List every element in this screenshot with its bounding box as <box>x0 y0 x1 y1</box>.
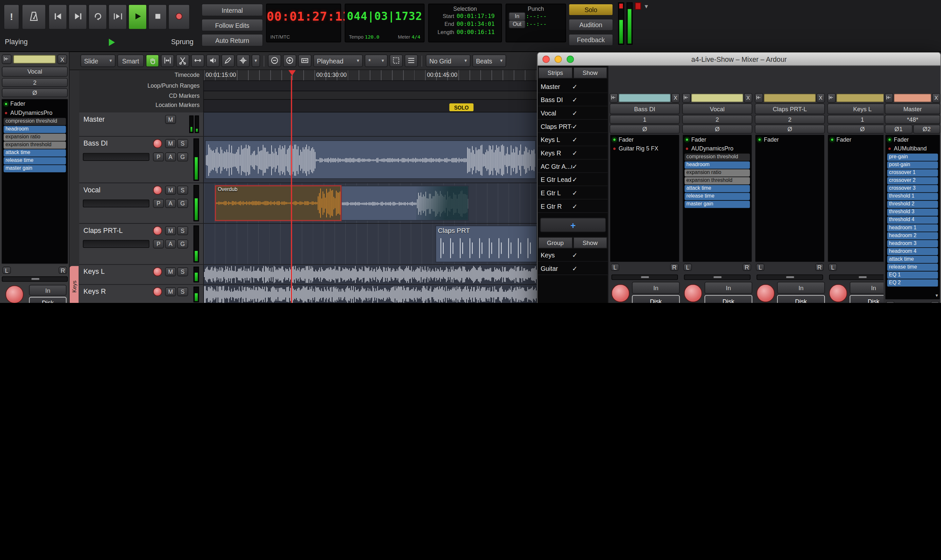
pin-strip-icon[interactable] <box>610 93 618 103</box>
record-enable-blob[interactable] <box>684 284 702 302</box>
processor-row[interactable]: Fader <box>756 135 824 144</box>
strip-name-button[interactable]: Vocal <box>2 66 68 77</box>
plugin-param-control[interactable]: attack time <box>684 185 750 192</box>
auto-return-button[interactable]: Auto Return <box>201 34 263 47</box>
metronome-button[interactable] <box>22 4 46 30</box>
zoom-to-selection-button[interactable] <box>390 54 403 67</box>
track-header[interactable]: Keys RMS <box>79 285 204 303</box>
plugin-param-control[interactable]: crossover 3 <box>887 185 938 192</box>
plugin-param-control[interactable]: crossover 1 <box>887 169 938 177</box>
solo-button[interactable]: S <box>177 185 188 195</box>
pan-left-button[interactable]: L <box>886 301 895 303</box>
track-header[interactable]: MasterM <box>79 112 204 136</box>
punch-out-button[interactable]: Out <box>508 20 525 28</box>
strip-list-item[interactable]: Vocal✓ <box>537 106 608 120</box>
group-button[interactable]: G <box>177 240 188 249</box>
strips-tab[interactable]: Strips <box>538 67 572 78</box>
plugin-param-control[interactable]: headroom <box>4 126 66 133</box>
pan-left-button[interactable]: L <box>829 264 837 271</box>
strip-list-item[interactable]: Keys R✓ <box>537 146 608 160</box>
io-button[interactable]: *48* <box>885 115 940 124</box>
disk-monitor-button[interactable]: Disk <box>777 295 825 303</box>
track-gain-fader[interactable] <box>83 153 149 161</box>
plugin-param-control[interactable]: threshold 3 <box>887 209 938 216</box>
pan-slider[interactable] <box>2 276 68 282</box>
mute-button[interactable]: M <box>165 226 176 235</box>
plugin-param-control[interactable]: headroom 3 <box>887 240 938 247</box>
mute-button[interactable]: M <box>165 115 176 124</box>
track-name[interactable]: Claps PRT-L <box>83 227 123 234</box>
strip-list-item[interactable]: E Gtr L✓ <box>537 186 608 200</box>
ruler-label[interactable]: Loop/Punch Ranges <box>148 82 200 89</box>
track-color-button[interactable] <box>894 94 932 102</box>
track-color-button[interactable] <box>692 94 743 102</box>
solo-button[interactable]: S <box>177 287 188 296</box>
disk-monitor-button[interactable]: Disk <box>850 295 884 303</box>
checkmark-icon[interactable]: ✓ <box>572 265 578 272</box>
phase-button[interactable]: Ø <box>610 125 679 134</box>
close-strip-button[interactable]: X <box>932 93 940 103</box>
pan-right-button[interactable]: R <box>670 264 679 271</box>
processor-row[interactable]: Fader <box>828 135 883 144</box>
processor-led[interactable] <box>888 146 891 150</box>
strip-name-button[interactable]: Keys L <box>827 103 884 114</box>
track-gain-fader[interactable] <box>83 240 149 248</box>
automation-button[interactable]: A <box>165 240 176 249</box>
checkmark-icon[interactable]: ✓ <box>572 136 578 143</box>
sync-source-button[interactable]: Internal <box>201 4 263 16</box>
zoom-in-button[interactable] <box>283 54 296 67</box>
scroll-chevron-icon[interactable]: ▾ <box>935 293 938 298</box>
track-lane[interactable]: Claps PRT <box>204 224 537 264</box>
processor-row[interactable]: AUDynamicsPro <box>2 108 68 117</box>
timecode-ruler[interactable]: 00:01:15:0000:01:30:0000:01:45:00 <box>204 70 537 81</box>
strip-name-button[interactable]: Claps PRT-L <box>755 103 825 114</box>
pin-strip-icon[interactable] <box>827 93 836 103</box>
strip-name-button[interactable]: Master <box>885 103 940 114</box>
mouse-mode-cut-button[interactable] <box>176 54 189 67</box>
processor-row[interactable]: Fader <box>886 135 940 144</box>
mute-button[interactable]: M <box>165 267 176 276</box>
plugin-param-control[interactable]: headroom <box>684 162 750 169</box>
minimize-window-button[interactable] <box>554 55 562 63</box>
input-monitor-button[interactable]: In <box>704 282 752 294</box>
strip-list-item[interactable]: Bass DI✓ <box>537 93 608 107</box>
phase-button[interactable]: Ø <box>755 125 825 134</box>
feedback-indicator-button[interactable]: Feedback <box>568 34 613 46</box>
plugin-param-control[interactable]: expansion ratio <box>684 169 750 177</box>
close-strip-button[interactable]: X <box>744 93 752 103</box>
pan-slider-handle[interactable] <box>713 276 722 279</box>
checkmark-icon[interactable]: ✓ <box>572 251 578 258</box>
plugin-param-control[interactable]: threshold 2 <box>887 201 938 208</box>
strip-list-item[interactable]: Keys L✓ <box>537 133 608 146</box>
mute-button[interactable]: M <box>165 185 176 195</box>
grid-unit-dropdown[interactable]: Beats▾ <box>473 54 507 67</box>
zoom-fit-button[interactable] <box>298 54 311 67</box>
mouse-mode-grab-button[interactable] <box>146 54 159 67</box>
pin-strip-icon[interactable] <box>755 93 763 103</box>
mouse-mode-audition-button[interactable] <box>206 54 220 67</box>
automation-button[interactable]: A <box>165 152 176 162</box>
disk-monitor-button[interactable]: Disk <box>704 295 752 303</box>
processor-led[interactable] <box>613 137 616 141</box>
zoom-focus-dropdown[interactable]: Playhead▾ <box>313 54 363 67</box>
zoom-out-button[interactable] <box>268 54 281 67</box>
strip-list-item[interactable]: Claps PRT-L✓ <box>537 120 608 133</box>
pan-left-button[interactable]: L <box>756 264 764 271</box>
solo-marker[interactable]: SOLO <box>449 103 473 111</box>
goto-end-button[interactable] <box>68 4 87 30</box>
pan-slider-handle[interactable] <box>640 276 650 279</box>
mute-button[interactable]: M <box>165 287 176 296</box>
group-tab-keys[interactable]: Keys <box>70 266 79 303</box>
strip-list-item[interactable]: E Gtr Lead✓ <box>537 173 608 186</box>
zoom-window-button[interactable] <box>567 55 574 63</box>
add-strip-button[interactable]: + <box>540 217 606 232</box>
processor-row[interactable]: AUDynamicsPro <box>683 144 752 153</box>
processor-row[interactable]: Fader <box>2 99 68 108</box>
track-color-button[interactable] <box>619 94 671 102</box>
pin-strip-icon[interactable] <box>682 93 691 103</box>
plugin-param-control[interactable]: EQ 2 <box>887 279 938 286</box>
track-name[interactable]: Bass DI <box>83 140 108 147</box>
solo-button[interactable]: S <box>177 139 188 148</box>
track-gain-fader[interactable] <box>83 200 149 208</box>
primary-clock[interactable]: 00:01:27:13 INT/MTC <box>266 4 341 42</box>
